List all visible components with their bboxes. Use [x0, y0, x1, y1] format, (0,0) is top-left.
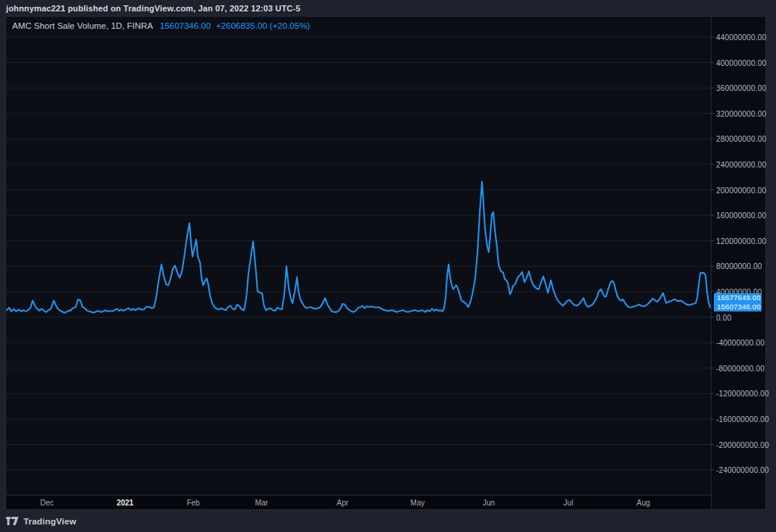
time-tick-label: Jul — [564, 498, 574, 509]
price-tick-label: 200000000.00 — [716, 186, 766, 194]
time-tick-label: 2021 — [117, 498, 133, 509]
price-tick-label: -240000000.00 — [716, 466, 769, 474]
legend-change: +2606835.00 (+20.05%) — [216, 21, 310, 30]
chart-widget: AMC Short Sale Volume, 1D, FINRA15607346… — [5, 16, 766, 510]
price-tick-label: 440000000.00 — [716, 33, 766, 41]
price-tick-label: 320000000.00 — [716, 109, 766, 117]
time-tick-label: Apr — [336, 498, 349, 509]
time-tick-label: Mar — [255, 498, 268, 509]
footer-bar: TradingView — [0, 510, 776, 532]
legend-last-value: 15607346.00 — [160, 21, 211, 30]
price-tick-label: -160000000.00 — [716, 415, 769, 423]
time-tick-label: Feb — [186, 498, 199, 509]
time-tick-label: Jun — [483, 498, 495, 509]
tradingview-logo-icon[interactable] — [6, 517, 19, 525]
price-tick-label: -200000000.00 — [716, 440, 769, 449]
price-label-prev-close: 16677649.00 — [714, 293, 762, 302]
time-tick-label: Aug — [637, 498, 650, 509]
legend: AMC Short Sale Volume, 1D, FINRA15607346… — [12, 21, 310, 30]
price-tick-label: 160000000.00 — [716, 211, 766, 220]
tradingview-logo-text[interactable]: TradingView — [23, 517, 77, 526]
price-tick-label: 0.00 — [716, 313, 731, 321]
price-tick-label: 280000000.00 — [716, 135, 766, 143]
price-label-last: 15607346.00 — [714, 302, 762, 311]
price-tick-label: 360000000.00 — [716, 84, 766, 92]
price-tick-label: 80000000.00 — [716, 262, 762, 271]
time-tick-label: Dec — [40, 498, 54, 509]
time-tick-label: May — [411, 498, 425, 509]
price-tick-label: 120000000.00 — [716, 236, 766, 245]
legend-symbol-title: AMC Short Sale Volume, 1D, FINRA — [12, 21, 153, 30]
chart-svg[interactable] — [6, 17, 765, 509]
publish-text: johnnymac221 published on TradingView.co… — [6, 4, 300, 13]
price-tick-label: -40000000.00 — [716, 339, 765, 347]
price-tick-label: -80000000.00 — [716, 364, 765, 372]
tradingview-snapshot: johnnymac221 published on TradingView.co… — [0, 0, 776, 532]
publish-bar: johnnymac221 published on TradingView.co… — [0, 0, 776, 16]
price-tick-label: 400000000.00 — [716, 58, 766, 67]
volume-line-series — [7, 182, 710, 313]
price-tick-label: -120000000.00 — [716, 390, 769, 398]
price-tick-label: 240000000.00 — [716, 160, 766, 168]
